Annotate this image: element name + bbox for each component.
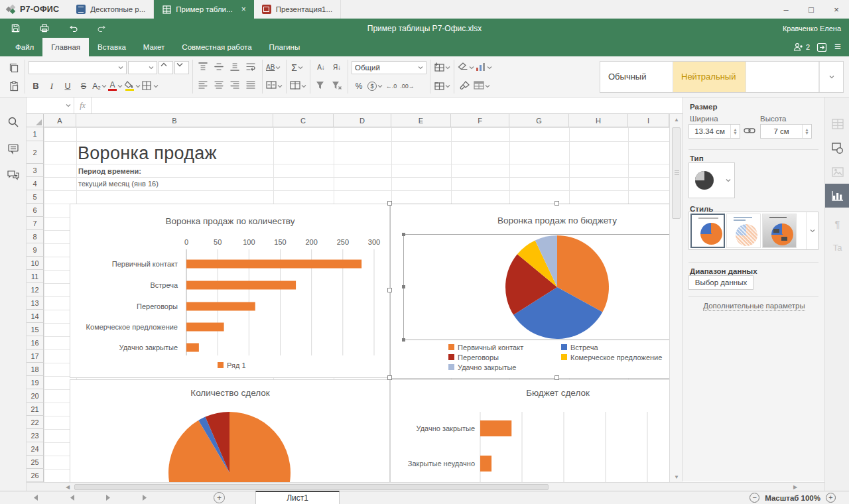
height-input[interactable]: 7 см ▲▼ [760,124,812,139]
plot-handle-middle-left[interactable] [402,285,405,288]
row-header-2[interactable]: 2 [27,141,44,164]
cell-style-normal[interactable]: Обычный [600,62,673,92]
maximize-button[interactable]: □ [799,0,824,19]
row-header-5[interactable]: 5 [27,190,44,204]
scroll-down-icon[interactable]: ▼ [670,473,683,481]
row-header-26[interactable]: 26 [27,469,44,482]
fill-color-button[interactable] [124,79,141,94]
increase-decimal-button[interactable]: .00→ [400,79,415,94]
zoom-in-button[interactable]: + [826,493,836,503]
cell-style-neutral[interactable]: Нейтральный [673,62,746,92]
merge-cells-button[interactable] [266,79,283,94]
valign-top-button[interactable] [196,60,211,75]
resize-handle-top-middle[interactable] [555,201,559,206]
column-header-I[interactable]: I [628,114,669,127]
decrease-font-button[interactable] [174,61,189,74]
text-art-settings-button[interactable]: Ta [825,235,849,259]
chart-type-select[interactable] [688,162,735,198]
vertical-scrollbar[interactable]: ▲ ▼ [669,114,683,482]
chart-sales-funnel-by-budget[interactable]: Воронка продаж по бюджетуПервичный конта… [390,204,669,378]
align-right-button[interactable] [228,79,243,94]
chart-style-1[interactable] [690,214,725,248]
select-all-corner[interactable] [27,114,44,127]
decrease-decimal-button[interactable]: ←.0 [384,79,399,94]
chart-sales-funnel-by-quantity[interactable]: Воронка продаж по количеству050100150200… [70,204,390,378]
collaborators-button[interactable]: 2 [793,42,810,52]
menu-home[interactable]: Главная [42,38,89,56]
formula-input[interactable] [92,97,683,113]
autosum-button[interactable]: Σ [290,60,304,75]
undo-button[interactable] [64,21,84,36]
cell-settings-button[interactable] [825,112,849,136]
increase-font-button[interactable] [159,61,173,74]
align-center-button[interactable] [212,79,227,94]
prev-sheet-button[interactable] [62,492,81,504]
chart-deals-budget[interactable]: Бюджет сделокУдачно закрытыеЗакрытые неу… [390,379,669,482]
row-header-15[interactable]: 15 [27,323,44,336]
column-header-G[interactable]: G [509,114,569,127]
menu-layout[interactable]: Макет [135,38,174,56]
row-header-18[interactable]: 18 [27,363,44,376]
wrap-text-button[interactable] [244,60,259,75]
scroll-right-icon[interactable]: ▶ [791,483,800,491]
row-header-11[interactable]: 11 [27,270,44,283]
paragraph-settings-button[interactable]: ¶ [825,212,849,235]
font-name-select[interactable] [29,61,127,74]
resize-handle-top-left[interactable] [387,201,392,206]
menu-insert[interactable]: Вставка [89,38,135,56]
doc-tab-spreadsheet[interactable]: Пример табли... × [154,0,253,19]
menu-file[interactable]: Файл [7,38,42,56]
row-header-16[interactable]: 16 [27,336,44,349]
copy-style-button[interactable] [458,79,472,94]
row-header-17[interactable]: 17 [27,349,44,363]
paste-button[interactable] [7,79,21,94]
chart-style-2[interactable] [726,214,761,248]
row-header-24[interactable]: 24 [27,442,44,456]
row-header-4[interactable]: 4 [27,177,44,190]
underline-button[interactable]: U [60,79,75,94]
clear-button[interactable] [458,60,474,75]
insert-function-button[interactable]: fx [74,97,92,113]
shape-settings-button[interactable] [825,136,849,160]
search-button[interactable] [7,116,19,130]
link-dimensions-icon[interactable] [744,127,755,136]
vertical-scroll-thumb[interactable] [672,127,681,219]
sort-descending-button[interactable]: Я↓ [330,60,344,75]
clear-filter-button[interactable] [330,79,344,94]
row-header-21[interactable]: 21 [27,403,44,416]
menu-plugins[interactable]: Плагины [261,38,309,56]
minimize-button[interactable]: – [773,0,799,19]
width-input[interactable]: 13.34 см ▲▼ [688,124,740,139]
select-data-button[interactable]: Выбор данных [688,275,753,290]
horizontal-scroll-thumb[interactable] [74,484,549,490]
align-left-button[interactable] [196,79,211,94]
named-ranges-button[interactable] [290,79,306,94]
column-header-F[interactable]: F [451,114,509,127]
row-header-9[interactable]: 9 [27,243,44,257]
advanced-settings-link[interactable]: Дополнительные параметры [683,302,825,310]
spreadsheet-grid[interactable]: Воронка продаж Период времени: текущий м… [27,114,669,482]
percent-style-button[interactable]: % [352,79,366,94]
row-header-10[interactable]: 10 [27,257,44,270]
insert-cells-button[interactable] [434,60,450,75]
scroll-left-icon[interactable]: ◀ [63,483,72,491]
copy-button[interactable] [7,60,21,75]
strikethrough-button[interactable]: S [76,79,91,94]
column-header-D[interactable]: D [334,114,391,127]
sheet-tab-list1[interactable]: Лист1 [255,491,340,504]
row-header-25[interactable]: 25 [27,456,44,469]
next-sheet-button[interactable] [99,492,118,504]
borders-button[interactable] [142,79,159,94]
scroll-up-icon[interactable]: ▲ [670,115,683,123]
redo-button[interactable] [92,21,111,36]
row-header-1[interactable]: 1 [27,127,44,141]
name-box[interactable] [27,97,74,113]
plot-handle-top-left[interactable] [402,233,405,236]
chart-deals-count[interactable]: Количество сделок [70,379,390,482]
last-sheet-button[interactable] [137,492,155,504]
style-gallery-more-button[interactable] [806,212,818,249]
row-header-14[interactable]: 14 [27,310,44,323]
column-header-H[interactable]: H [569,114,628,127]
add-sheet-button[interactable]: + [214,492,225,503]
menu-collaboration[interactable]: Совместная работа [173,38,260,56]
